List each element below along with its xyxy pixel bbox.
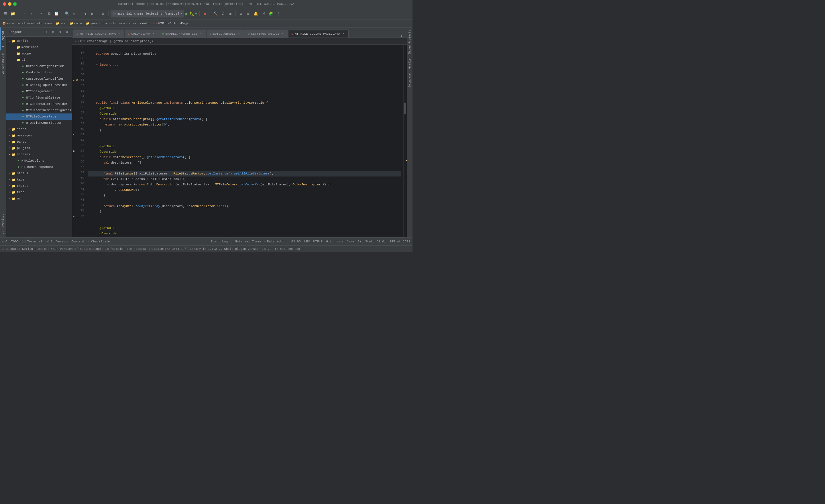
- folder-button[interactable]: 📁: [10, 11, 16, 17]
- theme-indicator[interactable]: Material Theme - Palenight: [235, 240, 284, 243]
- editor-scrollbar-thumb[interactable]: [404, 102, 406, 114]
- line-ending[interactable]: LF#: [304, 240, 310, 243]
- tree-item-ui[interactable]: › 📁 ui: [6, 196, 72, 202]
- project-settings-button[interactable]: ⚙: [58, 29, 63, 35]
- bc-src[interactable]: 📁 src: [56, 22, 66, 25]
- tree-item-tree[interactable]: › 📁 tree: [6, 189, 72, 196]
- tab-close-button[interactable]: ×: [281, 32, 285, 36]
- tree-item-scope[interactable]: › 📁 scope: [6, 51, 72, 57]
- tab-settings-gradle[interactable]: ⚙ SETTINGS.GRADLE ×: [244, 29, 288, 38]
- tree-item-mtcustomthemeconfigurable[interactable]: › ● MTCustomThemeConfigurable: [6, 107, 72, 114]
- plugins-button[interactable]: 🧩: [268, 11, 274, 17]
- tree-item-mtconfigurable[interactable]: › ● MTConfigurable: [6, 88, 72, 94]
- tree-item-mtconfigtophitprovider[interactable]: › ● MTConfigTopHitProvider: [6, 82, 72, 88]
- tree-item-mtcustomcolorsprovider[interactable]: › ● MTCustomColorsProvider: [6, 101, 72, 107]
- tab-close-button[interactable]: ×: [152, 32, 156, 36]
- debug-button[interactable]: 🐛: [190, 11, 194, 16]
- checkstyle-button[interactable]: ✓ CheckStyle: [88, 239, 110, 243]
- sidebar-structure-tab[interactable]: 2: Structure: [0, 51, 6, 77]
- bc-idea[interactable]: idea: [129, 22, 136, 25]
- lines-count[interactable]: 245 of 6678: [389, 240, 410, 243]
- build-tools-button[interactable]: 🔨: [212, 11, 219, 17]
- tree-item-mtfilecolorspage[interactable]: › ● MTFileColorsPage: [6, 114, 72, 120]
- encoding[interactable]: UTF-8: [313, 240, 323, 243]
- editor-scrollbar[interactable]: [403, 45, 407, 237]
- more-button[interactable]: ⋮: [275, 11, 281, 17]
- tree-item-confignotifier[interactable]: › ● ConfigNotifier: [6, 69, 72, 76]
- sidebar-favorites-tab[interactable]: 2: Favorites: [0, 211, 6, 237]
- terminal-button[interactable]: ⬛ Terminal: [22, 239, 43, 243]
- tab-close-button[interactable]: ×: [237, 32, 241, 36]
- run-gutter-icon[interactable]: ▶: [73, 78, 74, 82]
- git-status[interactable]: Git: docs: [326, 240, 343, 243]
- cursor-position[interactable]: 63:95: [291, 240, 301, 243]
- tab-close-button[interactable]: ×: [117, 32, 121, 36]
- close-button[interactable]: [3, 2, 6, 6]
- run-gutter-icon[interactable]: ▶: [73, 215, 74, 218]
- tree-item-mtoptioncontributor[interactable]: › ● MTOptionContributor: [6, 120, 72, 126]
- tab-close-button[interactable]: ×: [342, 32, 346, 36]
- bc-project[interactable]: 📦 material-theme-jetbrains: [2, 22, 52, 25]
- bc-com[interactable]: com: [102, 22, 107, 25]
- project-close-button[interactable]: ✕: [64, 29, 70, 35]
- grid-button[interactable]: ⊞: [100, 11, 106, 17]
- find-button[interactable]: 🔍: [64, 11, 70, 17]
- redo-button[interactable]: ↪: [28, 11, 34, 17]
- settings-button[interactable]: ⚙: [238, 11, 244, 17]
- java-status[interactable]: Java: [347, 240, 354, 243]
- tree-item-mtfilecolors[interactable]: › ● MTFileColors: [6, 158, 72, 164]
- version-control-button[interactable]: ⎇ 9: Version Control: [46, 239, 85, 243]
- tab-close-button[interactable]: ×: [199, 32, 203, 36]
- code-editor[interactable]: 36 37 38 39 40 50 ▶ @ 51 52 53 54 55 56 …: [72, 45, 407, 237]
- bc-chrisrm[interactable]: chrisrm: [111, 22, 125, 25]
- paste-button[interactable]: 📋: [53, 11, 60, 17]
- gradle-panel[interactable]: Gradle: [407, 56, 412, 71]
- tree-item-beforeconfignotifier[interactable]: › ● BeforeConfigNotifier: [6, 63, 72, 69]
- run-coverage-button[interactable]: ⊞: [195, 11, 197, 16]
- tree-item-customconfignotifier[interactable]: › ● CustomConfigNotifier: [6, 76, 72, 82]
- minimize-button[interactable]: [8, 2, 11, 6]
- code-content[interactable]: package com.chrisrm.idea.config; + impor…: [86, 45, 403, 237]
- maximize-button[interactable]: [13, 2, 17, 6]
- forward-button[interactable]: ▶: [89, 11, 96, 17]
- tree-item-plugins[interactable]: › 📁 plugins: [6, 145, 72, 151]
- tree-item-status[interactable]: › 📁 status: [6, 170, 72, 176]
- tree-item-ui-sub[interactable]: › 📁 ui: [6, 57, 72, 63]
- tree-item-icons[interactable]: › 📁 icons: [6, 126, 72, 132]
- tree-item-tabs[interactable]: › 📁 tabs: [6, 176, 72, 183]
- replace-button[interactable]: ⇄: [71, 11, 78, 17]
- tree-item-panes[interactable]: › 📁 panes: [6, 139, 72, 145]
- tab-gradle-properties[interactable]: ⚙ GRADLE.PROPERTIES ×: [159, 29, 206, 38]
- maven-projects-panel[interactable]: Maven Projects: [407, 27, 412, 56]
- project-gear-button[interactable]: ⚙: [44, 29, 49, 35]
- layout-button[interactable]: ⊟: [245, 11, 251, 17]
- run-config-selector[interactable]: ⬡ material-theme-jetbrains [runIde] ▼: [110, 10, 184, 17]
- tree-item-config[interactable]: ▾ 📁 config: [6, 38, 72, 44]
- tab-color-java[interactable]: ☕ COLOR.JAVA ×: [125, 29, 159, 38]
- undo-button[interactable]: ↩: [20, 11, 27, 17]
- tree-item-schemes[interactable]: ▾ 📁 schemes: [6, 151, 72, 158]
- back-button[interactable]: ◀: [82, 11, 88, 17]
- git-stat[interactable]: Git Stat: 51 01: [358, 240, 386, 243]
- copy-button[interactable]: ⧉: [46, 11, 52, 17]
- git-button[interactable]: ⎇: [260, 11, 267, 17]
- run-button[interactable]: ▶: [185, 11, 188, 17]
- bc-java[interactable]: 📁 java: [86, 22, 98, 25]
- bc-file[interactable]: ☕ MTFileColorsPage: [156, 21, 189, 25]
- hamburger-menu-button[interactable]: ☰: [2, 11, 9, 17]
- debug-gutter-icon[interactable]: @: [76, 79, 78, 82]
- sidebar-project-tab[interactable]: 1: Project: [0, 27, 6, 51]
- cut-button[interactable]: ✂: [39, 11, 45, 17]
- tree-item-menuicons[interactable]: › 📁 menuicons: [6, 44, 72, 51]
- database-panel[interactable]: Database: [407, 71, 412, 89]
- tab-build-gradle[interactable]: ⚙ BUILD.GRADLE ×: [207, 29, 244, 38]
- stop-button[interactable]: ■: [202, 11, 208, 17]
- tree-item-messages[interactable]: › 📁 messages: [6, 132, 72, 139]
- notification-bell[interactable]: 🔔: [253, 11, 259, 17]
- tree-item-mtconfigurablebase[interactable]: › ● MTConfigurableBase: [6, 94, 72, 101]
- tree-item-themes[interactable]: › 📁 themes: [6, 183, 72, 189]
- coverage-button[interactable]: ◉: [227, 11, 233, 17]
- project-layout-button[interactable]: ⊞: [51, 29, 56, 35]
- event-log-button[interactable]: Event Log: [211, 240, 228, 243]
- todo-button[interactable]: ☑ 6: TODO: [2, 239, 19, 243]
